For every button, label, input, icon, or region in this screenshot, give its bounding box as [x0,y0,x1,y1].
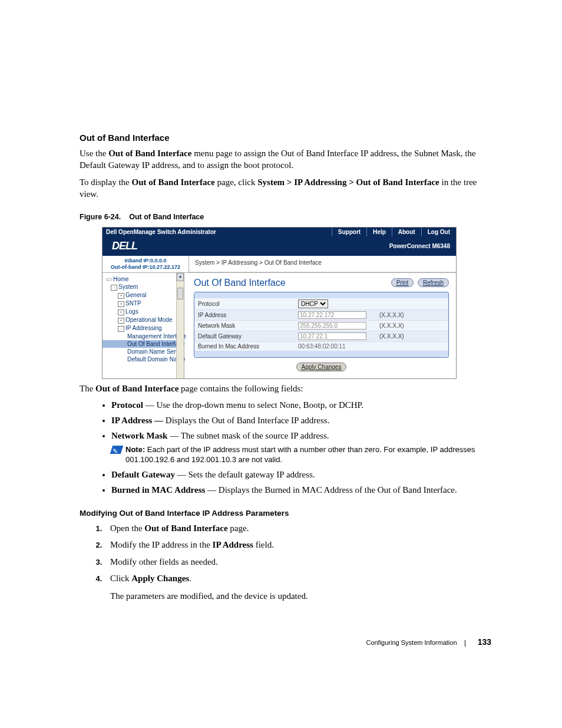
note-label: Note: [125,445,145,454]
default-gateway-input[interactable] [298,332,366,340]
row-default-gateway: Default Gateway (X.X.X.X) [194,331,448,342]
tree-mgmt-interface[interactable]: Management Interface [103,332,184,340]
note-body: Each part of the IP address must start w… [125,445,475,465]
text: page contains the following fields: [178,384,303,393]
row-network-mask: Network Mask (X.X.X.X) [194,321,448,331]
tree-opmode[interactable]: +Operational Mode [103,316,184,324]
logo-bar: DELL PowerConnect M6348 [103,236,456,256]
field-name: IP Address — [111,416,163,425]
scrollbar[interactable]: ▴ [176,273,184,378]
sep: — [175,470,189,479]
text-bold: Out of Band Interface [95,384,178,393]
network-mask-input[interactable] [298,322,366,330]
steps-list: Open the Out of Band Interface page. Mod… [80,522,491,584]
field-hint: (X.X.X.X) [377,332,406,341]
sep: — [143,400,157,410]
step-result: The parameters are modified, and the dev… [110,590,491,602]
nav-tree: ▴ ▭Home -System +General +SNTP +Logs +Op… [103,273,184,378]
oob-ip: Out-of-band IP:10.27.22.172 [105,264,186,271]
tree-general[interactable]: +General [103,291,184,299]
tree-label: Home [113,276,129,282]
section-title: Out of Band Interface [80,133,491,143]
intro-paragraph-2: To display the Out of Band Interface pag… [80,176,491,200]
note-text: Note: Each part of the IP address must s… [125,444,491,465]
footer-separator [465,640,465,647]
field-label: Burned In Mac Address [194,342,296,351]
field-list: Protocol — Use the drop-down menu to sel… [80,399,491,496]
page-footer: Configuring System Information 133 [80,637,491,647]
app-topbar: Dell OpenManage Switch Administrator Sup… [103,228,456,236]
tree-dns[interactable]: Domain Name Server [103,348,184,355]
tree-label: SNTP [125,300,141,307]
apply-changes-button[interactable]: Apply Changes [296,363,347,371]
tree-home[interactable]: ▭Home [103,275,184,283]
step-item: Modify other fields as needed. [104,556,491,568]
row-ip-address: IP Address (X.X.X.X) [194,310,448,321]
tree-default-domain[interactable]: Default Domain Name [103,355,184,363]
field-label: Protocol [194,299,296,308]
tree-label: Operational Mode [125,317,173,323]
breadcrumb: System > IP Addressing > Out Of Band Int… [189,256,456,272]
nav-support[interactable]: Support [332,228,366,236]
plus-icon: + [118,301,124,307]
field-desc: Use the drop-down menu to select None, B… [156,400,363,410]
field-hint: (X.X.X.X) [377,311,406,319]
tree-sntp[interactable]: +SNTP [103,299,184,308]
text-bold: Out of Band Interface [108,149,191,158]
text: The [80,384,95,393]
step-item: Click Apply Changes. [104,572,491,584]
protocol-select[interactable]: DHCP [298,299,328,308]
row-protocol: Protocol DHCP [194,298,448,310]
minus-icon: - [118,326,124,332]
nav-logout[interactable]: Log Out [421,228,456,236]
field-name: Burned in MAC Address [111,485,205,495]
nav-about[interactable]: About [392,228,421,236]
tree-logs[interactable]: +Logs [103,308,184,316]
plus-icon: + [118,309,124,315]
field-name: Network Mask [111,431,167,440]
text: page, click [215,177,257,187]
tree-system[interactable]: -System [103,283,184,291]
tree-label: System [118,284,138,290]
tree-label: General [125,292,147,298]
field-name: Default Gateway [111,470,175,479]
main-panel: Out Of Band Interface Print Refresh Prot… [184,273,456,378]
step-item: Open the Out of Band Interface page. [104,522,491,534]
text-bold: IP Address [213,540,253,549]
list-item: Default Gateway — Sets the default gatew… [111,469,491,480]
sep: — [167,431,180,440]
dell-logo: DELL [112,240,137,252]
ip-address-input[interactable] [298,311,366,319]
note: Note: Each part of the IP address must s… [111,444,491,465]
inband-ip: Inband IP:0.0.0.0 [105,258,186,264]
plus-icon: + [118,318,124,324]
mac-value: 00:63:48:02:00:11 [296,342,377,351]
text: field. [253,540,274,549]
scroll-handle[interactable] [177,288,183,299]
field-desc: Displays the Out of Band Interface IP ad… [166,416,330,425]
scroll-up-icon[interactable]: ▴ [177,273,184,281]
field-label: Default Gateway [194,332,296,341]
tree-ip-addressing[interactable]: -IP Addressing [103,324,184,332]
screenshot-figure: Dell OpenManage Switch Administrator Sup… [102,227,457,379]
text-bold: Apply Changes [131,574,189,583]
page-title: Out Of Band Interface [194,278,286,288]
step-item: Modify the IP address in the IP Address … [104,539,491,551]
text: Use the [80,149,108,158]
figure-caption: Figure 6-24.Out of Band Interface [80,213,491,221]
list-item: Burned in MAC Address — Displays the Bur… [111,484,491,496]
text-bold: System > IP Addressing > Out of Band Int… [257,177,439,187]
text: Open the [110,523,144,533]
figure-number: Figure 6-24. [80,213,121,221]
field-name: Protocol [111,400,143,410]
page-number: 133 [478,637,491,647]
refresh-button[interactable]: Refresh [418,278,449,287]
field-desc: Sets the default gateway IP address. [188,470,315,479]
text: Modify the IP address in the [110,540,213,549]
tree-oob-interface[interactable]: Out Of Band Interface [103,340,184,348]
home-icon: ▭ [106,276,111,282]
nav-help[interactable]: Help [366,228,392,236]
print-button[interactable]: Print [391,278,414,287]
minus-icon: - [111,285,117,291]
sep: — [205,485,219,495]
